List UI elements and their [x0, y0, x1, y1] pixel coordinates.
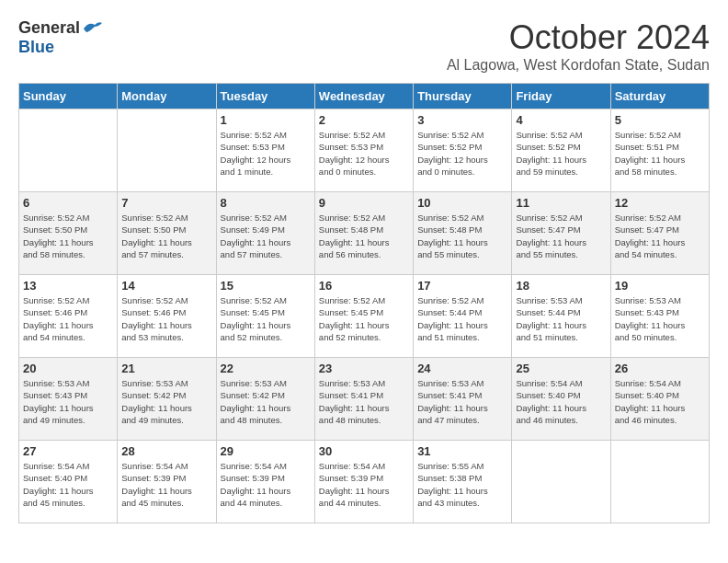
day-info: Sunrise: 5:53 AM Sunset: 5:42 PM Dayligh…: [221, 377, 311, 426]
calendar-week-5: 27Sunrise: 5:54 AM Sunset: 5:40 PM Dayli…: [19, 441, 710, 523]
day-number: 14: [121, 279, 211, 293]
calendar-cell: 21Sunrise: 5:53 AM Sunset: 5:42 PM Dayli…: [118, 358, 216, 441]
day-info: Sunrise: 5:54 AM Sunset: 5:39 PM Dayligh…: [319, 460, 409, 509]
day-number: 5: [615, 113, 705, 127]
calendar-header-thursday: Thursday: [414, 84, 512, 109]
calendar-cell: 31Sunrise: 5:55 AM Sunset: 5:38 PM Dayli…: [414, 441, 512, 523]
calendar-header-tuesday: Tuesday: [216, 84, 314, 109]
calendar-cell: 26Sunrise: 5:54 AM Sunset: 5:40 PM Dayli…: [610, 358, 709, 441]
day-info: Sunrise: 5:52 AM Sunset: 5:52 PM Dayligh…: [417, 129, 507, 178]
calendar-cell: 27Sunrise: 5:54 AM Sunset: 5:40 PM Dayli…: [19, 441, 118, 523]
day-number: 22: [221, 362, 311, 375]
day-info: Sunrise: 5:52 AM Sunset: 5:46 PM Dayligh…: [23, 294, 113, 343]
day-info: Sunrise: 5:52 AM Sunset: 5:52 PM Dayligh…: [516, 129, 606, 178]
calendar-week-3: 13Sunrise: 5:52 AM Sunset: 5:46 PM Dayli…: [19, 275, 710, 358]
calendar-cell: 23Sunrise: 5:53 AM Sunset: 5:41 PM Dayli…: [314, 358, 413, 441]
day-info: Sunrise: 5:52 AM Sunset: 5:47 PM Dayligh…: [516, 212, 606, 260]
calendar-cell: 15Sunrise: 5:52 AM Sunset: 5:45 PM Dayli…: [216, 275, 314, 358]
calendar-cell: 29Sunrise: 5:54 AM Sunset: 5:39 PM Dayli…: [216, 441, 314, 523]
calendar-header-sunday: Sunday: [19, 84, 118, 109]
logo-blue: Blue: [18, 38, 54, 57]
day-number: 1: [221, 113, 311, 127]
day-number: 25: [516, 362, 606, 375]
calendar-table: SundayMondayTuesdayWednesdayThursdayFrid…: [18, 83, 710, 523]
day-info: Sunrise: 5:53 AM Sunset: 5:41 PM Dayligh…: [417, 377, 507, 426]
calendar-cell: 25Sunrise: 5:54 AM Sunset: 5:40 PM Dayli…: [512, 358, 610, 441]
day-info: Sunrise: 5:53 AM Sunset: 5:42 PM Dayligh…: [121, 377, 211, 426]
day-number: 4: [516, 113, 606, 127]
day-number: 3: [417, 113, 507, 127]
calendar-cell: 20Sunrise: 5:53 AM Sunset: 5:43 PM Dayli…: [19, 358, 118, 441]
day-info: Sunrise: 5:54 AM Sunset: 5:40 PM Dayligh…: [516, 377, 606, 426]
calendar-cell: 5Sunrise: 5:52 AM Sunset: 5:51 PM Daylig…: [610, 109, 709, 192]
day-number: 15: [221, 279, 311, 293]
day-info: Sunrise: 5:53 AM Sunset: 5:43 PM Dayligh…: [615, 294, 705, 343]
location-title: Al Lagowa, West Kordofan State, Sudan: [447, 57, 710, 74]
calendar-cell: 3Sunrise: 5:52 AM Sunset: 5:52 PM Daylig…: [414, 109, 512, 192]
calendar-cell: 12Sunrise: 5:52 AM Sunset: 5:47 PM Dayli…: [610, 192, 709, 275]
calendar-header-friday: Friday: [512, 84, 610, 109]
day-info: Sunrise: 5:52 AM Sunset: 5:46 PM Dayligh…: [121, 294, 211, 343]
calendar-cell: [118, 109, 216, 192]
day-info: Sunrise: 5:52 AM Sunset: 5:53 PM Dayligh…: [319, 129, 409, 178]
day-info: Sunrise: 5:54 AM Sunset: 5:40 PM Dayligh…: [23, 460, 113, 509]
calendar-cell: 4Sunrise: 5:52 AM Sunset: 5:52 PM Daylig…: [512, 109, 610, 192]
day-info: Sunrise: 5:54 AM Sunset: 5:40 PM Dayligh…: [615, 377, 705, 426]
calendar-header-row: SundayMondayTuesdayWednesdayThursdayFrid…: [19, 84, 710, 109]
calendar-cell: 11Sunrise: 5:52 AM Sunset: 5:47 PM Dayli…: [512, 192, 610, 275]
day-info: Sunrise: 5:52 AM Sunset: 5:45 PM Dayligh…: [319, 294, 409, 343]
calendar-cell: 2Sunrise: 5:52 AM Sunset: 5:53 PM Daylig…: [314, 109, 413, 192]
day-number: 18: [516, 279, 606, 293]
page-header: General Blue October 2024 Al Lagowa, Wes…: [18, 18, 710, 74]
calendar-cell: 24Sunrise: 5:53 AM Sunset: 5:41 PM Dayli…: [414, 358, 512, 441]
day-number: 23: [319, 362, 409, 375]
day-info: Sunrise: 5:52 AM Sunset: 5:53 PM Dayligh…: [221, 129, 311, 178]
calendar-cell: 1Sunrise: 5:52 AM Sunset: 5:53 PM Daylig…: [216, 109, 314, 192]
day-number: 26: [615, 362, 705, 375]
calendar-cell: 28Sunrise: 5:54 AM Sunset: 5:39 PM Dayli…: [118, 441, 216, 523]
calendar-cell: 9Sunrise: 5:52 AM Sunset: 5:48 PM Daylig…: [314, 192, 413, 275]
day-info: Sunrise: 5:52 AM Sunset: 5:44 PM Dayligh…: [417, 294, 507, 343]
day-number: 2: [319, 113, 409, 127]
calendar-week-4: 20Sunrise: 5:53 AM Sunset: 5:43 PM Dayli…: [19, 358, 710, 441]
calendar-cell: [19, 109, 118, 192]
calendar-header-monday: Monday: [118, 84, 216, 109]
calendar-cell: [512, 441, 610, 523]
month-title: October 2024: [447, 18, 710, 57]
day-number: 10: [417, 196, 507, 210]
day-number: 28: [121, 444, 211, 458]
day-info: Sunrise: 5:52 AM Sunset: 5:50 PM Dayligh…: [23, 212, 113, 260]
day-info: Sunrise: 5:55 AM Sunset: 5:38 PM Dayligh…: [417, 460, 507, 509]
day-number: 20: [23, 362, 113, 375]
logo-bird-icon: [82, 19, 104, 38]
day-info: Sunrise: 5:53 AM Sunset: 5:44 PM Dayligh…: [516, 294, 606, 343]
day-info: Sunrise: 5:52 AM Sunset: 5:47 PM Dayligh…: [615, 212, 705, 260]
logo: General Blue: [18, 18, 104, 57]
day-number: 21: [121, 362, 211, 375]
day-number: 16: [319, 279, 409, 293]
logo-general: General: [18, 18, 80, 38]
calendar-cell: 17Sunrise: 5:52 AM Sunset: 5:44 PM Dayli…: [414, 275, 512, 358]
day-info: Sunrise: 5:54 AM Sunset: 5:39 PM Dayligh…: [121, 460, 211, 509]
title-block: October 2024 Al Lagowa, West Kordofan St…: [447, 18, 710, 74]
day-number: 19: [615, 279, 705, 293]
day-number: 27: [23, 444, 113, 458]
calendar-cell: 16Sunrise: 5:52 AM Sunset: 5:45 PM Dayli…: [314, 275, 413, 358]
day-info: Sunrise: 5:52 AM Sunset: 5:45 PM Dayligh…: [221, 294, 311, 343]
day-number: 12: [615, 196, 705, 210]
day-info: Sunrise: 5:52 AM Sunset: 5:48 PM Dayligh…: [319, 212, 409, 260]
calendar-header-saturday: Saturday: [610, 84, 709, 109]
calendar-body: 1Sunrise: 5:52 AM Sunset: 5:53 PM Daylig…: [19, 109, 710, 523]
calendar-cell: 6Sunrise: 5:52 AM Sunset: 5:50 PM Daylig…: [19, 192, 118, 275]
day-info: Sunrise: 5:52 AM Sunset: 5:49 PM Dayligh…: [221, 212, 311, 260]
calendar-cell: 30Sunrise: 5:54 AM Sunset: 5:39 PM Dayli…: [314, 441, 413, 523]
calendar-cell: 19Sunrise: 5:53 AM Sunset: 5:43 PM Dayli…: [610, 275, 709, 358]
calendar-cell: 18Sunrise: 5:53 AM Sunset: 5:44 PM Dayli…: [512, 275, 610, 358]
day-number: 30: [319, 444, 409, 458]
day-number: 11: [516, 196, 606, 210]
calendar-cell: 8Sunrise: 5:52 AM Sunset: 5:49 PM Daylig…: [216, 192, 314, 275]
calendar-cell: 14Sunrise: 5:52 AM Sunset: 5:46 PM Dayli…: [118, 275, 216, 358]
calendar-week-1: 1Sunrise: 5:52 AM Sunset: 5:53 PM Daylig…: [19, 109, 710, 192]
calendar-week-2: 6Sunrise: 5:52 AM Sunset: 5:50 PM Daylig…: [19, 192, 710, 275]
day-number: 31: [417, 444, 507, 458]
